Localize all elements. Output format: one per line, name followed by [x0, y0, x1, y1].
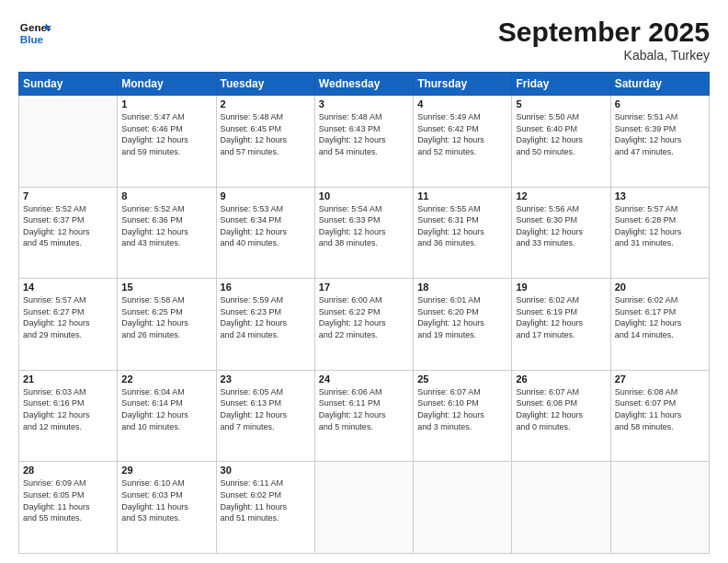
day-info: Sunrise: 6:00 AM Sunset: 6:22 PM Dayligh… — [319, 294, 409, 340]
day-info: Sunrise: 5:50 AM Sunset: 6:40 PM Dayligh… — [516, 111, 606, 157]
day-number: 4 — [417, 98, 507, 109]
calendar-cell: 23Sunrise: 6:05 AM Sunset: 6:13 PM Dayli… — [216, 370, 314, 462]
calendar-cell — [610, 462, 709, 554]
calendar-day-header: Saturday — [610, 73, 709, 96]
calendar-cell: 9Sunrise: 5:53 AM Sunset: 6:34 PM Daylig… — [216, 187, 314, 279]
day-info: Sunrise: 6:04 AM Sunset: 6:14 PM Dayligh… — [121, 386, 211, 432]
calendar-cell: 17Sunrise: 6:00 AM Sunset: 6:22 PM Dayli… — [314, 279, 413, 371]
day-number: 7 — [23, 190, 113, 201]
calendar-cell: 5Sunrise: 5:50 AM Sunset: 6:40 PM Daylig… — [512, 96, 610, 188]
calendar-cell: 10Sunrise: 5:54 AM Sunset: 6:33 PM Dayli… — [314, 187, 413, 279]
calendar-cell: 16Sunrise: 5:59 AM Sunset: 6:23 PM Dayli… — [216, 279, 314, 371]
title-block: September 2025 Kabala, Turkey — [498, 17, 710, 63]
calendar-cell: 30Sunrise: 6:11 AM Sunset: 6:02 PM Dayli… — [216, 462, 314, 554]
day-number: 8 — [121, 190, 211, 201]
calendar-day-header: Sunday — [19, 73, 118, 96]
calendar-week-row: 1Sunrise: 5:47 AM Sunset: 6:46 PM Daylig… — [19, 96, 710, 188]
calendar-cell: 22Sunrise: 6:04 AM Sunset: 6:14 PM Dayli… — [118, 370, 216, 462]
calendar-cell: 20Sunrise: 6:02 AM Sunset: 6:17 PM Dayli… — [610, 279, 709, 371]
calendar-cell: 26Sunrise: 6:07 AM Sunset: 6:08 PM Dayli… — [512, 370, 610, 462]
day-info: Sunrise: 6:08 AM Sunset: 6:07 PM Dayligh… — [615, 386, 705, 432]
calendar-week-row: 14Sunrise: 5:57 AM Sunset: 6:27 PM Dayli… — [19, 279, 710, 371]
day-number: 28 — [23, 465, 113, 476]
calendar-day-header: Thursday — [414, 73, 512, 96]
calendar-cell: 2Sunrise: 5:48 AM Sunset: 6:45 PM Daylig… — [216, 96, 314, 188]
day-info: Sunrise: 5:59 AM Sunset: 6:23 PM Dayligh… — [221, 294, 311, 340]
day-number: 3 — [319, 98, 409, 109]
day-number: 27 — [615, 373, 705, 385]
calendar-cell: 13Sunrise: 5:57 AM Sunset: 6:28 PM Dayli… — [610, 187, 709, 279]
day-info: Sunrise: 5:57 AM Sunset: 6:27 PM Dayligh… — [23, 294, 113, 340]
day-number: 10 — [319, 190, 409, 201]
day-info: Sunrise: 6:07 AM Sunset: 6:10 PM Dayligh… — [417, 386, 507, 432]
day-number: 1 — [121, 98, 211, 109]
day-number: 18 — [417, 282, 507, 293]
calendar-cell: 11Sunrise: 5:55 AM Sunset: 6:31 PM Dayli… — [414, 187, 512, 279]
calendar-cell — [19, 96, 118, 188]
day-info: Sunrise: 5:55 AM Sunset: 6:31 PM Dayligh… — [417, 203, 507, 249]
logo: General Blue — [18, 17, 51, 50]
day-info: Sunrise: 5:48 AM Sunset: 6:43 PM Dayligh… — [319, 111, 409, 157]
day-info: Sunrise: 5:53 AM Sunset: 6:34 PM Dayligh… — [221, 203, 311, 249]
day-info: Sunrise: 5:58 AM Sunset: 6:25 PM Dayligh… — [121, 294, 211, 340]
day-info: Sunrise: 5:56 AM Sunset: 6:30 PM Dayligh… — [516, 203, 606, 249]
day-info: Sunrise: 5:51 AM Sunset: 6:39 PM Dayligh… — [615, 111, 705, 157]
day-number: 14 — [23, 282, 113, 293]
day-info: Sunrise: 5:48 AM Sunset: 6:45 PM Dayligh… — [221, 111, 311, 157]
calendar-cell: 25Sunrise: 6:07 AM Sunset: 6:10 PM Dayli… — [414, 370, 512, 462]
calendar-cell: 7Sunrise: 5:52 AM Sunset: 6:37 PM Daylig… — [19, 187, 118, 279]
day-number: 25 — [417, 373, 507, 385]
calendar-cell: 14Sunrise: 5:57 AM Sunset: 6:27 PM Dayli… — [19, 279, 118, 371]
day-number: 26 — [516, 373, 606, 385]
calendar-cell — [314, 462, 413, 554]
month-title: September 2025 — [498, 17, 710, 48]
day-number: 17 — [319, 282, 409, 293]
location: Kabala, Turkey — [498, 48, 710, 63]
day-number: 5 — [516, 98, 606, 109]
day-info: Sunrise: 5:57 AM Sunset: 6:28 PM Dayligh… — [615, 203, 705, 249]
calendar-day-header: Wednesday — [314, 73, 413, 96]
day-info: Sunrise: 5:52 AM Sunset: 6:37 PM Dayligh… — [23, 203, 113, 249]
svg-text:Blue: Blue — [20, 33, 44, 45]
day-number: 19 — [516, 282, 606, 293]
calendar-cell: 29Sunrise: 6:10 AM Sunset: 6:03 PM Dayli… — [118, 462, 216, 554]
day-number: 20 — [615, 282, 705, 293]
day-number: 9 — [221, 190, 311, 201]
calendar-week-row: 28Sunrise: 6:09 AM Sunset: 6:05 PM Dayli… — [19, 462, 710, 554]
day-info: Sunrise: 6:02 AM Sunset: 6:19 PM Dayligh… — [516, 294, 606, 340]
day-info: Sunrise: 6:05 AM Sunset: 6:13 PM Dayligh… — [221, 386, 311, 432]
calendar-day-header: Monday — [118, 73, 216, 96]
day-number: 24 — [319, 373, 409, 385]
calendar-cell: 18Sunrise: 6:01 AM Sunset: 6:20 PM Dayli… — [414, 279, 512, 371]
calendar-cell: 28Sunrise: 6:09 AM Sunset: 6:05 PM Dayli… — [19, 462, 118, 554]
calendar-cell: 6Sunrise: 5:51 AM Sunset: 6:39 PM Daylig… — [610, 96, 709, 188]
calendar-week-row: 7Sunrise: 5:52 AM Sunset: 6:37 PM Daylig… — [19, 187, 710, 279]
day-number: 21 — [23, 373, 113, 385]
day-info: Sunrise: 6:10 AM Sunset: 6:03 PM Dayligh… — [121, 477, 211, 523]
day-info: Sunrise: 6:06 AM Sunset: 6:11 PM Dayligh… — [319, 386, 409, 432]
logo-icon: General Blue — [18, 17, 51, 50]
calendar-cell: 8Sunrise: 5:52 AM Sunset: 6:36 PM Daylig… — [118, 187, 216, 279]
calendar-cell: 3Sunrise: 5:48 AM Sunset: 6:43 PM Daylig… — [314, 96, 413, 188]
day-number: 29 — [121, 465, 211, 476]
calendar-week-row: 21Sunrise: 6:03 AM Sunset: 6:16 PM Dayli… — [19, 370, 710, 462]
calendar-day-header: Friday — [512, 73, 610, 96]
calendar-cell: 21Sunrise: 6:03 AM Sunset: 6:16 PM Dayli… — [19, 370, 118, 462]
calendar-cell: 15Sunrise: 5:58 AM Sunset: 6:25 PM Dayli… — [118, 279, 216, 371]
calendar-cell: 19Sunrise: 6:02 AM Sunset: 6:19 PM Dayli… — [512, 279, 610, 371]
calendar-cell: 24Sunrise: 6:06 AM Sunset: 6:11 PM Dayli… — [314, 370, 413, 462]
day-info: Sunrise: 6:03 AM Sunset: 6:16 PM Dayligh… — [23, 386, 113, 432]
calendar-header-row: SundayMondayTuesdayWednesdayThursdayFrid… — [19, 73, 710, 96]
calendar-cell: 27Sunrise: 6:08 AM Sunset: 6:07 PM Dayli… — [610, 370, 709, 462]
calendar-cell — [414, 462, 512, 554]
calendar-table: SundayMondayTuesdayWednesdayThursdayFrid… — [18, 72, 710, 554]
day-number: 11 — [417, 190, 507, 201]
day-info: Sunrise: 5:49 AM Sunset: 6:42 PM Dayligh… — [417, 111, 507, 157]
calendar-cell: 12Sunrise: 5:56 AM Sunset: 6:30 PM Dayli… — [512, 187, 610, 279]
calendar-day-header: Tuesday — [216, 73, 314, 96]
day-info: Sunrise: 6:02 AM Sunset: 6:17 PM Dayligh… — [615, 294, 705, 340]
day-info: Sunrise: 6:07 AM Sunset: 6:08 PM Dayligh… — [516, 386, 606, 432]
day-number: 23 — [221, 373, 311, 385]
day-number: 16 — [221, 282, 311, 293]
day-number: 30 — [221, 465, 311, 476]
